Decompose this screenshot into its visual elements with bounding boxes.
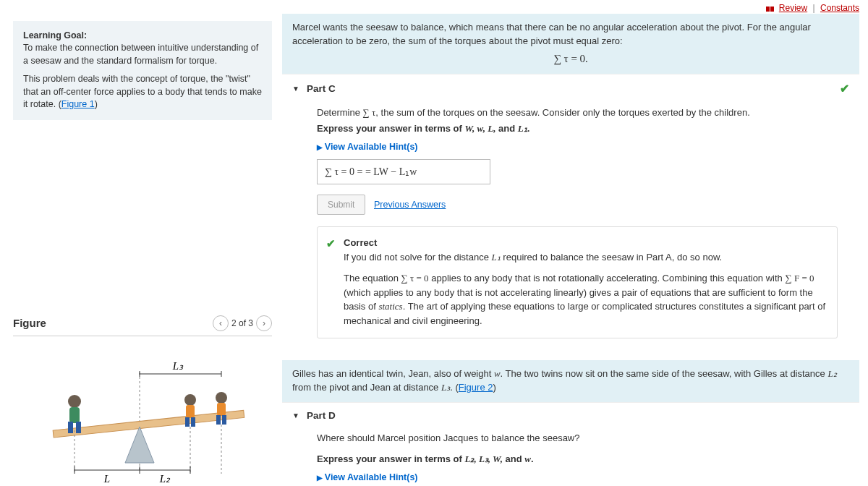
pager-next-button[interactable]: › (256, 315, 272, 331)
review-link[interactable]: Review (779, 3, 807, 13)
part-c-feedback: ✔ Correct If you did not solve for the d… (317, 226, 838, 338)
top-links: Review | Constants (0, 0, 868, 14)
part-c-question: Determine ∑ τ, the sum of the torques on… (317, 107, 838, 119)
figure-pager: ‹ 2 of 3 › (213, 315, 272, 331)
mid-info-box: Gilles has an identical twin, Jean, also… (282, 360, 859, 402)
goal-text-2a: This problem deals with the concept of t… (23, 74, 262, 109)
part-c-hints-toggle[interactable]: View Available Hint(s) (317, 142, 838, 152)
svg-rect-11 (186, 405, 195, 418)
svg-rect-12 (185, 417, 190, 427)
goal-heading: Learning Goal: (23, 30, 87, 40)
svg-rect-4 (53, 410, 244, 438)
part-d-hints-toggle[interactable]: View Available Hint(s) (317, 472, 838, 482)
part-c-instruction: Express your answer in terms of W, w, L,… (317, 123, 838, 135)
review-icon (766, 4, 775, 14)
part-c-answer-box: ∑ τ = 0 = = LW − L₁w (317, 159, 490, 184)
svg-rect-15 (217, 403, 226, 416)
correct-icon: ✔ (326, 236, 336, 252)
label-L: L (103, 473, 110, 485)
pager-label: 2 of 3 (231, 318, 253, 328)
goal-text-2b: ) (95, 99, 98, 109)
svg-rect-9 (76, 422, 81, 433)
part-d-title: Part D (307, 410, 336, 421)
intro-box: Marcel wants the seesaw to balance, whic… (282, 14, 859, 74)
svg-point-6 (68, 395, 81, 408)
svg-point-10 (184, 394, 196, 406)
part-c-title: Part C (307, 83, 336, 94)
svg-point-14 (216, 392, 227, 404)
check-icon: ✔ (840, 82, 849, 95)
figure-title: Figure (13, 317, 213, 329)
figure-2-link[interactable]: Figure 2 (459, 382, 493, 393)
feedback-title: Correct (344, 237, 377, 248)
part-c-header[interactable]: ▼ Part C ✔ (282, 74, 859, 103)
intro-equation: ∑ τ = 0. (292, 51, 849, 67)
label-L3: L₃ (172, 360, 184, 372)
svg-rect-17 (222, 415, 226, 425)
svg-rect-8 (68, 422, 73, 433)
svg-rect-13 (191, 417, 195, 427)
part-d-header[interactable]: ▼ Part D (282, 402, 859, 428)
svg-rect-16 (216, 415, 221, 425)
part-d-instruction: Express your answer in terms of L₂, L₃, … (317, 453, 838, 465)
figure-1-link[interactable]: Figure 1 (61, 99, 95, 109)
pager-prev-button[interactable]: ‹ (213, 315, 229, 331)
intro-text: Marcel wants the seesaw to balance, whic… (292, 22, 811, 46)
learning-goal-box: Learning Goal: To make the connection be… (13, 21, 272, 120)
svg-rect-7 (69, 407, 80, 423)
separator: | (813, 3, 815, 13)
part-d-question: Where should Marcel position Jacques to … (317, 432, 838, 443)
submit-button[interactable]: Submit (317, 195, 365, 215)
seesaw-figure: L₃ L L₂ (13, 336, 272, 486)
svg-marker-5 (125, 427, 154, 463)
collapse-icon: ▼ (292, 412, 299, 419)
constants-link[interactable]: Constants (820, 3, 859, 13)
collapse-icon: ▼ (292, 85, 299, 93)
previous-answers-link[interactable]: Previous Answers (374, 200, 446, 210)
label-L2: L₂ (159, 473, 171, 485)
goal-text-1: To make the connection between intuitive… (23, 43, 258, 66)
